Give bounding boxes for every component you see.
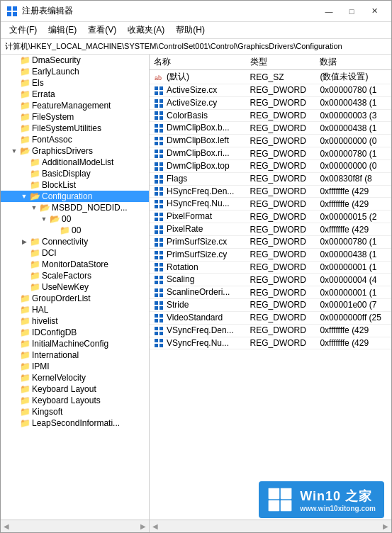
- tree-item[interactable]: 📁 AdditionalModeList: [1, 157, 149, 168]
- cell-name: DwmClipBox.ri...: [150, 147, 246, 160]
- folder-icon: 📁: [19, 339, 30, 349]
- tree-item[interactable]: 📁 FontAssoc: [1, 134, 149, 145]
- cell-name: HSyncFreq.Nu...: [150, 198, 246, 211]
- svg-rect-86: [159, 339, 163, 342]
- tree-item[interactable]: 📁 InitialMachineConfig: [1, 338, 149, 349]
- tree-item[interactable]: 📁 UseNewKey: [1, 281, 149, 293]
- table-scroll-left[interactable]: ◀: [152, 522, 158, 530]
- svg-rect-87: [155, 344, 158, 347]
- tree-scroll-left[interactable]: ◀: [4, 522, 9, 530]
- tree-scroll-right[interactable]: ▶: [140, 522, 146, 530]
- tree-item[interactable]: 📁 LeapSecondInformati...: [1, 417, 149, 429]
- table-row[interactable]: StrideREG_DWORD0x00001e00 (7: [150, 299, 391, 312]
- tree-item[interactable]: 📁 hivelist: [1, 315, 149, 327]
- svg-rect-17: [155, 124, 158, 128]
- tree-item[interactable]: 📁 Errata: [1, 89, 149, 100]
- table-scroll[interactable]: 名称 类型 数据 ab(默认)REG_SZ(数值未设置)ActiveSize.c…: [150, 55, 391, 520]
- tree-item[interactable]: 📁 Kingsoft: [1, 406, 149, 417]
- tree-item[interactable]: 📁 FeatureManagement: [1, 100, 149, 111]
- svg-rect-7: [155, 91, 158, 95]
- svg-rect-75: [155, 306, 158, 310]
- tree-item-international[interactable]: 📁 International: [1, 349, 149, 361]
- cell-type: REG_DWORD: [246, 261, 316, 274]
- svg-rect-24: [159, 142, 163, 145]
- cell-type: REG_DWORD: [246, 159, 316, 172]
- cell-name: ColorBasis: [150, 109, 246, 122]
- tree-item[interactable]: 📁 IDConfigDB: [1, 327, 149, 338]
- tree-item-configuration[interactable]: ▼ 📂 Configuration: [1, 191, 149, 202]
- maximize-button[interactable]: □: [340, 4, 363, 18]
- tree-item[interactable]: 📁 KernelVelocity: [1, 372, 149, 383]
- svg-rect-6: [159, 86, 163, 90]
- cell-name: VSyncFreq.Nu...: [150, 337, 246, 349]
- menu-help[interactable]: 帮助(H): [170, 23, 211, 38]
- cell-type: REG_DWORD: [246, 211, 316, 223]
- table-row[interactable]: DwmClipBox.ri...REG_DWORD0x00000780 (1: [150, 147, 391, 160]
- cell-type: REG_DWORD: [246, 311, 316, 324]
- svg-rect-63: [155, 268, 158, 271]
- table-row[interactable]: PixelFormatREG_DWORD0x00000015 (2: [150, 211, 391, 223]
- tree-item[interactable]: 📁 EarlyLaunch: [1, 66, 149, 77]
- cell-type: REG_DWORD: [246, 185, 316, 198]
- table-row[interactable]: PrimSurfSize.cyREG_DWORD0x00000438 (1: [150, 248, 391, 261]
- table-row[interactable]: DwmClipBox.topREG_DWORD0x00000000 (0: [150, 159, 391, 172]
- table-scroll-right[interactable]: ▶: [383, 522, 388, 530]
- tree-item[interactable]: 📁 HAL: [1, 304, 149, 315]
- tree-item[interactable]: 📁 IPMI: [1, 361, 149, 372]
- tree-item[interactable]: 📁 GroupOrderList: [1, 293, 149, 304]
- table-row[interactable]: VSyncFreq.Nu...REG_DWORD0xfffffffe (429: [150, 337, 391, 349]
- tree-item[interactable]: 📁 FileSystem: [1, 111, 149, 123]
- tree-item[interactable]: 📁 ScaleFactors: [1, 270, 149, 281]
- tree-item-keyboard-layouts[interactable]: 📁 Keyboard Layouts: [1, 395, 149, 406]
- tree-item[interactable]: 📁 00: [1, 225, 149, 236]
- table-row[interactable]: RotationREG_DWORD0x00000001 (1: [150, 261, 391, 274]
- table-row[interactable]: ScalingREG_DWORD0x00000004 (4: [150, 274, 391, 286]
- table-row[interactable]: DwmClipBox.leftREG_DWORD0x00000000 (0: [150, 135, 391, 147]
- tree-item[interactable]: 📁 BasicDisplay: [1, 168, 149, 179]
- menu-view[interactable]: 查看(V): [82, 23, 122, 38]
- cell-name: PixelRate: [150, 223, 246, 236]
- table-row[interactable]: DwmClipBox.b...REG_DWORD0x00000438 (1: [150, 122, 391, 135]
- table-row[interactable]: VideoStandardREG_DWORD0x0000000ff (25: [150, 311, 391, 324]
- table-row[interactable]: HSyncFreq.Nu...REG_DWORD0xfffffffe (429: [150, 198, 391, 211]
- table-row[interactable]: VSyncFreq.Den...REG_DWORD0xfffffffe (429: [150, 324, 391, 337]
- cell-type: REG_DWORD: [246, 299, 316, 312]
- tree-item[interactable]: 📁 Els: [1, 77, 149, 89]
- close-button[interactable]: ✕: [363, 4, 386, 18]
- svg-rect-16: [159, 116, 163, 120]
- cell-name: ActiveSize.cy: [150, 96, 246, 109]
- tree-item-graphicsdrivers[interactable]: ▼ 📂 GraphicsDrivers: [1, 145, 149, 157]
- table-row[interactable]: ColorBasisREG_DWORD0x00000003 (3: [150, 109, 391, 122]
- svg-rect-2: [7, 12, 11, 16]
- menu-favorites[interactable]: 收藏夹(A): [122, 23, 170, 38]
- table-row[interactable]: PrimSurfSize.cxREG_DWORD0x00000780 (1: [150, 235, 391, 248]
- cell-data: 0x00000000 (0: [315, 135, 391, 147]
- tree-item[interactable]: 📁 BlockList: [1, 179, 149, 191]
- svg-rect-36: [159, 180, 163, 184]
- tree-item[interactable]: ▼ 📂 00: [1, 213, 149, 225]
- tree-item[interactable]: 📁 MonitorDataStore: [1, 259, 149, 270]
- tree-item[interactable]: 📁 FileSystemUtilities: [1, 123, 149, 134]
- menu-edit[interactable]: 编辑(E): [43, 23, 82, 38]
- cell-data: 0x00000000 (0: [315, 159, 391, 172]
- table-row[interactable]: ActiveSize.cyREG_DWORD0x00000438 (1: [150, 96, 391, 109]
- table-row[interactable]: PixelRateREG_DWORD0xfffffffe (429: [150, 223, 391, 236]
- tree-item[interactable]: 📁 DCI: [1, 247, 149, 259]
- svg-rect-31: [155, 167, 158, 171]
- table-row[interactable]: ActiveSize.cxREG_DWORD0x00000780 (1: [150, 84, 391, 97]
- svg-rect-32: [159, 167, 163, 171]
- cell-data: 0x00000015 (2: [315, 211, 391, 223]
- tree-item-keyboard-layout[interactable]: 📁 Keyboard Layout: [1, 383, 149, 395]
- table-row[interactable]: ab(默认)REG_SZ(数值未设置): [150, 70, 391, 84]
- table-row[interactable]: ScanlineOrderi...REG_DWORD0x00000001 (1: [150, 286, 391, 299]
- table-row[interactable]: FlagsREG_DWORD0x00830f8f (8: [150, 172, 391, 185]
- menu-file[interactable]: 文件(F): [4, 23, 43, 38]
- table-row[interactable]: HSyncFreq.Den...REG_DWORD0xfffffffe (429: [150, 185, 391, 198]
- tree-item[interactable]: 📁 DmaSecurity: [1, 55, 149, 66]
- tree-item[interactable]: ▼ 📂 MSBDD_NOEDID...: [1, 202, 149, 213]
- tree-item-connectivity[interactable]: ▶ 📁 Connectivity: [1, 236, 149, 247]
- cell-type: REG_DWORD: [246, 286, 316, 299]
- folder-icon: 📁: [29, 259, 40, 269]
- svg-rect-20: [159, 129, 163, 133]
- minimize-button[interactable]: —: [318, 4, 340, 18]
